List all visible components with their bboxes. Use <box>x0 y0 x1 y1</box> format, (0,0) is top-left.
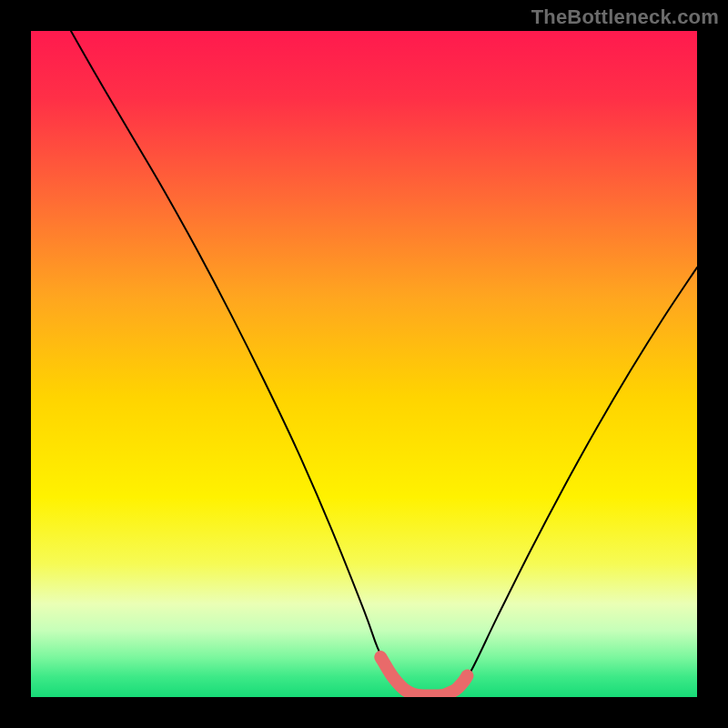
chart-frame: TheBottleneck.com <box>0 0 728 728</box>
plot-area <box>31 31 697 697</box>
chart-svg <box>31 31 697 697</box>
watermark-text: TheBottleneck.com <box>531 5 719 29</box>
gradient-background <box>31 31 697 697</box>
